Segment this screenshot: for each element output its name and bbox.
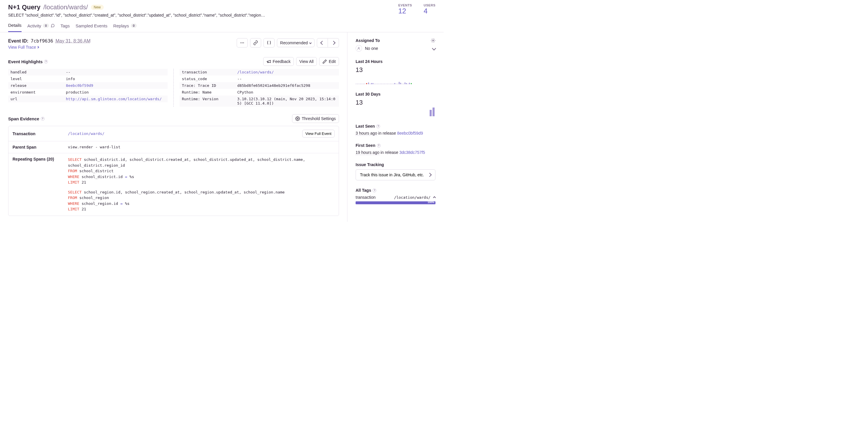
view-all-button[interactable]: View All <box>296 57 317 66</box>
assigned-to-label: Assigned To <box>355 38 380 43</box>
first-seen-ago: 19 hours ago <box>355 150 379 155</box>
json-button[interactable] <box>264 38 275 47</box>
first-seen-release[interactable]: 3dc38dc757f5 <box>399 150 425 155</box>
megaphone-icon <box>267 59 271 64</box>
copy-link-button[interactable] <box>250 38 261 47</box>
highlight-key: level <box>8 75 64 82</box>
highlight-row: environmentproduction <box>8 89 167 96</box>
highlight-value: production <box>64 89 167 96</box>
highlight-key: environment <box>8 89 64 96</box>
chevron-down-icon <box>309 42 312 44</box>
edit-label: Edit <box>329 59 336 64</box>
highlight-value[interactable]: http://api.sm.glinteco.com/location/ward… <box>64 96 167 102</box>
event-id: 7cbf9636 <box>31 38 53 44</box>
parent-span-label: Parent Span <box>8 141 64 153</box>
tab-activity[interactable]: Activity 0 <box>27 23 55 32</box>
events-stat[interactable]: EVENTS 12 <box>398 3 412 18</box>
track-issue-label: Track this issue in Jira, GitHub, etc. <box>360 172 424 177</box>
view-full-trace-label: View Full Trace <box>8 45 36 50</box>
highlights-right-column: transaction/location/wards/status_code--… <box>180 69 339 107</box>
tab-replays-count: 0 <box>131 24 137 28</box>
tag-transaction-row[interactable]: transaction /location/wards/ <box>355 195 435 200</box>
sql-block-2: SELECT school_region.id, school_region.c… <box>68 189 335 212</box>
chevron-right-icon <box>37 46 39 49</box>
svg-point-4 <box>433 40 434 41</box>
tag-transaction-value: /location/wards/ <box>394 195 431 200</box>
users-value: 4 <box>424 7 435 15</box>
events-label: EVENTS <box>398 3 412 7</box>
users-stat[interactable]: USERS 4 <box>424 3 435 18</box>
more-actions-button[interactable] <box>237 38 248 47</box>
last-seen-release[interactable]: 8eebc0bf59d9 <box>397 131 423 135</box>
last-24h-value: 13 <box>355 66 435 74</box>
ellipsis-icon <box>240 40 245 45</box>
last-seen-label: Last Seen <box>355 124 375 128</box>
highlight-row: levelinfo <box>8 75 167 82</box>
status-badge: New <box>91 5 104 10</box>
tab-replays[interactable]: Replays 0 <box>113 23 136 32</box>
view-full-trace-link[interactable]: View Full Trace <box>8 45 39 50</box>
first-seen-in: in release <box>379 150 399 155</box>
highlight-value: info <box>64 75 167 82</box>
highlight-value: d85bd8fe650241a48eb291ef6fac5298 <box>235 82 339 89</box>
events-value: 12 <box>398 7 412 15</box>
prev-event-button[interactable] <box>317 38 328 47</box>
transaction-value[interactable]: /location/wards/ <box>68 131 104 136</box>
highlight-key: Runtime: Name <box>180 89 235 96</box>
last-30d-sparkline <box>355 106 435 116</box>
help-icon[interactable]: ? <box>376 124 380 128</box>
help-icon[interactable]: ? <box>44 60 48 64</box>
tab-tags[interactable]: Tags <box>61 23 70 32</box>
highlight-row: handled-- <box>8 69 167 75</box>
chevron-left-icon <box>320 41 324 45</box>
highlight-key: status_code <box>180 75 235 82</box>
highlight-value: -- <box>235 75 339 82</box>
tag-transaction-bar: 100% <box>355 201 435 204</box>
chevron-right-icon <box>331 41 335 45</box>
svg-point-3 <box>297 118 298 119</box>
highlight-value[interactable]: /location/wards/ <box>235 69 339 75</box>
svg-point-0 <box>241 42 241 43</box>
threshold-settings-button[interactable]: Threshold Settings <box>292 114 339 123</box>
highlight-row: status_code-- <box>180 75 339 82</box>
highlight-value[interactable]: 8eebc0bf59d9 <box>64 82 167 89</box>
chevron-up-icon <box>433 196 436 199</box>
highlight-row: Trace: Trace IDd85bd8fe650241a48eb291ef6… <box>180 82 339 89</box>
event-id-label: Event ID: <box>8 38 28 44</box>
assigned-to-dropdown[interactable]: No one <box>355 45 435 52</box>
page-title-path: /location/wards/ <box>43 3 88 11</box>
page-title: N+1 Query <box>8 3 40 11</box>
view-full-event-button[interactable]: View Full Event <box>302 130 335 137</box>
highlight-key: release <box>8 82 64 89</box>
recommended-label: Recommended <box>280 40 308 45</box>
svg-point-2 <box>243 42 244 43</box>
sql-block-1: SELECT school_district.id, school_distri… <box>68 157 335 185</box>
help-icon[interactable]: ? <box>377 143 381 148</box>
highlight-key: url <box>8 96 64 102</box>
help-icon[interactable]: ? <box>372 189 376 192</box>
tab-sampled-events[interactable]: Sampled Events <box>75 23 107 32</box>
gear-icon <box>295 116 300 121</box>
last-24h-sparkline <box>355 75 435 84</box>
highlight-row: urlhttp://api.sm.glinteco.com/location/w… <box>8 96 167 102</box>
recommended-dropdown[interactable]: Recommended <box>277 38 314 47</box>
feedback-button[interactable]: Feedback <box>263 57 294 66</box>
users-label: USERS <box>424 3 435 7</box>
repeating-spans-label: Repeating Spans (20) <box>8 153 64 216</box>
span-evidence-title: Span Evidence <box>8 116 39 121</box>
gear-icon[interactable] <box>431 38 435 43</box>
highlight-value: 3.10.12(3.10.12 (main, Nov 20 2023, 15:1… <box>235 96 339 107</box>
track-issue-button[interactable]: Track this issue in Jira, GitHub, etc. <box>355 169 435 180</box>
edit-button[interactable]: Edit <box>319 57 339 66</box>
page-subtitle: SELECT "school_district"."id", "school_d… <box>8 13 288 18</box>
highlight-key: Runtime: Version <box>180 96 235 107</box>
svg-point-1 <box>242 42 243 43</box>
last-24h-label: Last 24 Hours <box>355 59 435 64</box>
help-icon[interactable]: ? <box>41 117 44 121</box>
tag-transaction-pct: 100% <box>428 201 434 204</box>
highlight-value: CPython <box>235 89 339 96</box>
tab-activity-count: 0 <box>43 24 49 28</box>
next-event-button[interactable] <box>328 38 339 47</box>
tab-details[interactable]: Details <box>8 23 22 32</box>
chevron-right-icon <box>428 173 432 177</box>
